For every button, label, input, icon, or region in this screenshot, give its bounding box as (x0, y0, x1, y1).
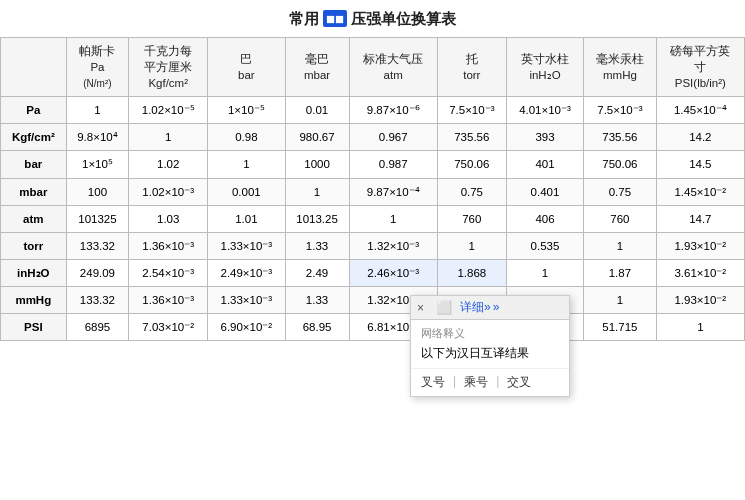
table-cell: 1.02 (129, 151, 208, 178)
table-cell: 51.715 (584, 314, 656, 341)
row-label: mbar (1, 178, 67, 205)
table-cell: 1.36×10⁻³ (129, 232, 208, 259)
table-cell: 1.45×10⁻² (656, 178, 744, 205)
table-cell: 3.61×10⁻² (656, 259, 744, 286)
table-cell: 401 (506, 151, 583, 178)
table-cell: 1 (208, 151, 285, 178)
table-cell: 14.5 (656, 151, 744, 178)
popup-divider-2: | (496, 374, 499, 391)
table-cell: 1.33 (285, 286, 349, 313)
row-label: atm (1, 205, 67, 232)
table-cell: 0.987 (349, 151, 437, 178)
table-cell: 249.09 (66, 259, 129, 286)
col-header-mmhg: 毫米汞柱mmHg (584, 38, 656, 97)
table-cell: 0.75 (437, 178, 506, 205)
col-header-atm: 标准大气压atm (349, 38, 437, 97)
table-row: Kgf/cm²9.8×10⁴10.98980.670.967735.563937… (1, 124, 745, 151)
table-cell: 1.93×10⁻² (656, 286, 744, 313)
table-cell: 393 (506, 124, 583, 151)
table-cell: 1.33×10⁻³ (208, 232, 285, 259)
table-cell: 735.56 (437, 124, 506, 151)
col-header-empty (1, 38, 67, 97)
table-cell: 1 (506, 259, 583, 286)
popup-actions-bar: 叉号 | 乘号 | 交叉 (411, 368, 569, 396)
table-cell: 760 (584, 205, 656, 232)
table-container: 帕斯卡Pa(N/m²) 千克力每平方厘米Kgf/cm² 巴bar 毫巴mbar … (0, 37, 745, 341)
table-row: torr133.321.36×10⁻³1.33×10⁻³1.331.32×10⁻… (1, 232, 745, 259)
table-cell: 1013.25 (285, 205, 349, 232)
row-label: inH₂O (1, 259, 67, 286)
table-cell: 1 (584, 232, 656, 259)
table-cell: 1.32×10⁻³ (349, 232, 437, 259)
table-cell: 1.93×10⁻² (656, 232, 744, 259)
table-cell: 6.90×10⁻² (208, 314, 285, 341)
table-cell: 1.02×10⁻⁵ (129, 97, 208, 124)
table-cell: 9.87×10⁻⁴ (349, 178, 437, 205)
col-header-pa: 帕斯卡Pa(N/m²) (66, 38, 129, 97)
table-row: bar1×10⁵1.02110000.987750.06401750.0614.… (1, 151, 745, 178)
table-cell: 7.03×10⁻² (129, 314, 208, 341)
table-cell: 0.98 (208, 124, 285, 151)
table-cell: 1.45×10⁻⁴ (656, 97, 744, 124)
title-suffix: 压强单位换算表 (351, 10, 456, 27)
col-header-inh2o: 英寸水柱inH₂O (506, 38, 583, 97)
table-row: atm1013251.031.011013.25176040676014.7 (1, 205, 745, 232)
col-header-psi: 磅每平方英寸PSI(lb/in²) (656, 38, 744, 97)
table-cell: 0.75 (584, 178, 656, 205)
table-cell: 133.32 (66, 232, 129, 259)
table-cell: 1.02×10⁻³ (129, 178, 208, 205)
table-cell: 1.01 (208, 205, 285, 232)
table-cell: 1.33 (285, 232, 349, 259)
table-cell: 0.535 (506, 232, 583, 259)
table-cell: 1.87 (584, 259, 656, 286)
table-cell: 9.87×10⁻⁶ (349, 97, 437, 124)
popup-action-1[interactable]: 叉号 (421, 374, 445, 391)
table-cell: 100 (66, 178, 129, 205)
table-cell: 4.01×10⁻³ (506, 97, 583, 124)
table-cell: 1.868 (437, 259, 506, 286)
table-cell: 1 (437, 232, 506, 259)
table-cell: 1 (584, 286, 656, 313)
popup-action-2[interactable]: 乘号 (464, 374, 488, 391)
popup-section-title: 网络释义 (421, 326, 559, 341)
title-highlight: ■■ (323, 10, 347, 27)
row-label: mmHg (1, 286, 67, 313)
table-cell: 7.5×10⁻³ (437, 97, 506, 124)
translation-popup: × ⬜ 详细» 网络释义 以下为汉日互译结果 叉号 | 乘号 | 交叉 (410, 295, 570, 397)
table-cell: 1000 (285, 151, 349, 178)
table-cell: 1×10⁻⁵ (208, 97, 285, 124)
table-cell: 133.32 (66, 286, 129, 313)
table-cell: 2.49 (285, 259, 349, 286)
table-cell: 0.001 (208, 178, 285, 205)
table-row: PSI68957.03×10⁻²6.90×10⁻²68.956.81×10⁻²5… (1, 314, 745, 341)
table-cell: 1.36×10⁻³ (129, 286, 208, 313)
row-label: torr (1, 232, 67, 259)
table-cell: 1.03 (129, 205, 208, 232)
col-header-kgf: 千克力每平方厘米Kgf/cm² (129, 38, 208, 97)
table-cell: 735.56 (584, 124, 656, 151)
table-cell: 1 (349, 205, 437, 232)
table-cell: 9.8×10⁴ (66, 124, 129, 151)
popup-body: 网络释义 以下为汉日互译结果 (411, 320, 569, 368)
table-cell: 406 (506, 205, 583, 232)
table-cell: 7.5×10⁻³ (584, 97, 656, 124)
table-cell: 2.49×10⁻³ (208, 259, 285, 286)
table-row: Pa11.02×10⁻⁵1×10⁻⁵0.019.87×10⁻⁶7.5×10⁻³4… (1, 97, 745, 124)
col-header-torr: 托torr (437, 38, 506, 97)
popup-copy-icon[interactable]: ⬜ (436, 300, 452, 315)
table-cell: 14.2 (656, 124, 744, 151)
row-label: bar (1, 151, 67, 178)
popup-close-button[interactable]: × (417, 301, 424, 315)
table-cell: 980.67 (285, 124, 349, 151)
table-cell: 750.06 (584, 151, 656, 178)
table-cell: 6895 (66, 314, 129, 341)
conversion-table: 帕斯卡Pa(N/m²) 千克力每平方厘米Kgf/cm² 巴bar 毫巴mbar … (0, 37, 745, 341)
popup-body-text: 以下为汉日互译结果 (421, 345, 559, 362)
popup-toolbar: × ⬜ 详细» (411, 296, 569, 320)
popup-detail-link[interactable]: 详细» (460, 299, 499, 316)
table-cell: 1.33×10⁻³ (208, 286, 285, 313)
table-cell: 0.01 (285, 97, 349, 124)
popup-action-3[interactable]: 交叉 (507, 374, 531, 391)
table-cell: 1 (129, 124, 208, 151)
table-row: inH₂O249.092.54×10⁻³2.49×10⁻³2.492.46×10… (1, 259, 745, 286)
